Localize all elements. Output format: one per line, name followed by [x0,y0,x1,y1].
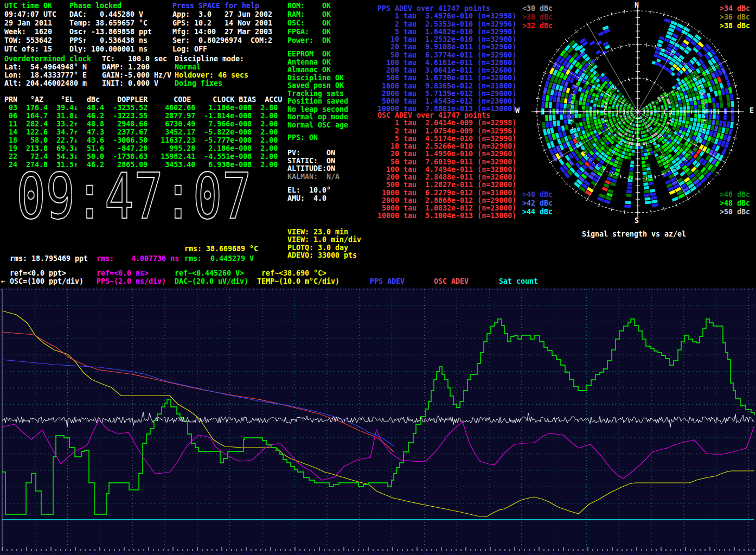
mask-settings-line-1: AMU: 4.0 [287,194,326,202]
scale-pps-line-0: PPS~(2.0 ns/div) [97,277,166,285]
rms-pps-line-0: rms: 4.007736 ns [97,254,179,263]
selftest-status-line-2: OSC: OK [287,19,331,27]
adev-pps-row-9: 1000 tau 9.8365e-012 (n=31000) [377,82,516,90]
dbc-scale-nw-line-1: >30 dBc [522,13,553,21]
eeprom-status-line-2: Almanac OK [287,66,331,74]
polar-grid [531,5,744,218]
view-settings-line-2: PLOTQ: 3.0 day [287,244,348,252]
adev-pps-row-10: 2000 tau 5.7139e-012 (n=29000) [377,90,516,98]
selftest-status-line-4: Power: OK [287,36,331,44]
adev-osc-row-1: 2 tau 1.0754e-009 (n=32996) [377,127,516,135]
rms-temp-line-0: rms: 38.669689 °C [184,245,258,253]
eeprom-status-line-3: Discipline OK [287,74,344,82]
discipline-mode-line-3: Doing fixes [175,79,222,87]
clock-digits: 09:47:07 [16,169,252,226]
utc-status-line-1: 09:47:07 UTC [4,10,56,18]
adev-pps-row-11: 5000 tau 1.4543e-012 (n=23000) [377,97,516,105]
dbc-scale-sw-line-2: >44 dBc [522,208,553,216]
discipline-mode-line-0: Discipline mode: [175,55,244,63]
rms-osc-line-0: rms: 18.795469 ppt [10,254,88,263]
adev-osc-row-8: 500 tau 1.2827e-011 (n=32000) [377,181,516,189]
sat-table-row-5: 19 213.8 69.3↓ 51.6 -847.28 995.28 2.186… [4,144,278,152]
strip-chart [0,288,756,555]
eeprom-status-line-0: EEPROM OK [287,50,331,58]
adev-osc-row-7: 200 tau 2.8488e-011 (n=32600) [377,173,516,181]
adev-pps-row-0: 1 tau 3.4976e-010 (n=32998) [377,12,516,20]
loop-params-line-3: INIT: 0.000 V [102,79,158,87]
adev-pps-row-8: 500 tau 1.6730e-011 (n=32000) [377,74,516,82]
sat-table-row-1: 06 164.7 31.8↓ 46.2 -3223.55 2877.97 -1.… [4,112,278,120]
legend-pps-adev-line-0: PPS ADEV [370,277,405,285]
sat-table-row-3: 14 122.6 34.7↑ 47.3 2377.67 3452.17 -5.8… [4,128,278,136]
fix-modes-line-1: STATIC: ON [287,157,335,165]
loop-params-line-0: TC: 100.0 sec [102,55,167,63]
pps-state-line-0: PPS: ON [287,133,318,142]
eeprom-status-line-5: Tracking sats [287,90,344,98]
ref-temp-line-0: ref~<38.690 °C> [261,269,326,277]
fix-modes-line-2: ALTITUDE:ON [287,164,335,173]
sat-table-header: PRN °AZ °EL dBc DOPPLER CODE CLOCK BIAS … [4,95,282,104]
adev-osc-row-6: 100 tau 4.7494e-011 (n=32800) [377,165,516,174]
help-version-line-4: Ser: 0.80296974 COM:2 [172,36,272,44]
scale-temp-line-0: TEMP~(10.0 m°C/div) [257,277,339,285]
utc-status-line-5: UTC ofs: 15 [4,45,52,53]
dbc-scale-ne-line-0: >34 dBc [720,4,750,12]
polar-north-label: N [635,1,639,9]
sat-table-row-0: 03 176.4 39.4↓ 48.4 -3235.52 4602.66 1.1… [4,104,278,112]
polar-west-label: W [515,106,520,114]
polar-east-label: E [749,106,754,114]
adev-osc-row-0: 1 tau 2.0414e-009 (n=32998) [377,119,516,127]
view-settings-line-1: VIEW: 1.0 min/div [287,235,361,244]
polar-caption: Signal strength vs az/el [582,230,686,238]
discipline-mode-line-2: Holdover: 46 secs [175,71,248,79]
receiver-position-line-0: Overdetermined clock [4,55,91,63]
adev-pps-row-7: 200 tau 3.0641e-011 (n=32600) [377,66,516,74]
loop-params-line-1: DAMP: 1.200 [102,63,150,71]
help-version-line-0: Press SPACE for help [172,2,259,10]
adev-pps-row-3: 10 tau 1.2532e-010 (n=32980) [377,35,516,43]
sat-table-row-4: 18 58.0 22.7↓ 43.6 -3006.50 11637.23 -5.… [4,136,278,144]
fix-modes-line-0: PV: ON [287,149,335,157]
eeprom-status-line-1: Antenna OK [287,58,331,66]
scale-osc-line-0: ← OSC=(100 ppt/div) [1,277,84,285]
dbc-scale-ne-line-1: >36 dBc [720,13,750,21]
rms-dac-line-0: rms: 0.445279 V [184,254,254,263]
selftest-status-line-3: FPGA: OK [287,28,331,36]
adev-pps-row-5: 50 tau 6.3774e-011 (n=32900) [377,51,516,59]
receiver-position-line-1: Lat: 54.4964948° N [4,63,87,71]
polar-south-label: S [635,216,639,225]
help-version-line-2: GPS: 10.2 14 Nov 2001 [172,19,272,27]
help-version-line-1: App: 3.0 27 Jun 2002 [172,10,272,18]
adev-osc-row-3: 10 tau 2.5266e-010 (n=32980) [377,142,516,150]
ref-dac-line-0: ref~<0.445260 V> [175,269,244,277]
phase-status-line-5: Dly: 100.000001 ns [69,45,148,53]
adev-osc-row-4: 20 tau 1.4950e-010 (n=32960) [377,150,516,158]
eeprom-status-line-4: Saved posn OK [287,81,344,90]
view-settings-line-3: ADEVQ: 33000 pts [287,251,357,259]
phase-status-line-0: Phase locked [69,2,121,10]
phase-status-line-2: Temp: 38.659657 °C [69,19,148,27]
receiver-position-line-2: Lon: 18.4333777° E [4,71,87,79]
adev-pps-row-1: 2 tau 2.5353e-010 (n=32996) [377,20,516,28]
legend-sat-count-line-0: Sat count [499,277,538,285]
sat-table-row-7: 24 274.8 31.5↑ 46.2 2865.09 3453.40 6.93… [4,161,278,169]
adev-pps-row-6: 100 tau 4.6161e-011 (n=32800) [377,59,516,67]
dbc-scale-sw-line-0: >40 dBc [522,190,553,199]
utc-status-line-2: 29 Jan 2011 [4,19,52,27]
dbc-scale-nw-line-0: <30 dBc [522,4,553,12]
discipline-mode-line-1: Normal [175,63,201,71]
ref-osc-line-0: ref=<0.0 ppt> [10,269,66,277]
utc-status-line-3: Week: 1620 [4,28,52,36]
selftest-status-line-1: RAM: OK [287,10,331,18]
sat-table-row-2: 11 282.4 33.2↑ 48.8 2948.66 6730.49 7.96… [4,120,278,128]
adev-pps-title: PPS ADEV over 41747 points [377,4,490,12]
phase-status-line-3: Osc↑ -13.869858 ppt [69,28,152,36]
sat-table-row-6: 22 72.4 54.3↓ 50.0 -1736.63 15982.41 -4.… [4,152,278,161]
adev-pps-row-2: 5 tau 1.6482e-010 (n=32990) [377,28,516,36]
eeprom-status-line-9: Normal OSC age [287,121,348,129]
lady-heather-screen: UTC time OK09:47:07 UTC29 Jan 2011Week: … [0,0,756,555]
dbc-scale-ne-line-2: >38 dBc [720,22,750,30]
adev-osc-row-11: 5000 tau 1.0832e-012 (n=23000) [377,204,516,212]
dbc-scale-nw-line-2: >32 dBc [522,22,553,30]
ref-pps-line-0: ref=<0.0 ns> [97,269,149,277]
